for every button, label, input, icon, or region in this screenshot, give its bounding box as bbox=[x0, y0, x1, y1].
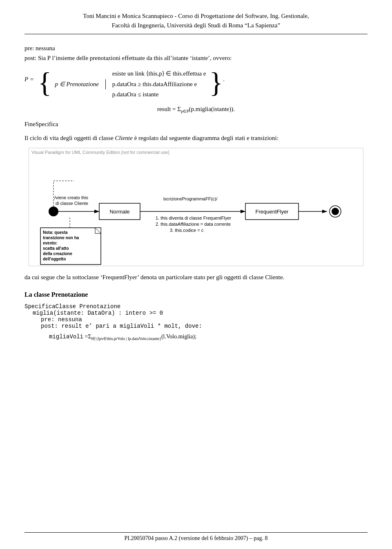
header-line2: Facoltà di Ingegneria, Università degli … bbox=[24, 21, 368, 30]
la-classe-title: La classe Prenotazione bbox=[24, 291, 368, 298]
initial-state-icon bbox=[49, 207, 58, 216]
il-ciclo-text: Il ciclo di vita degli oggetti di classe… bbox=[24, 133, 368, 143]
specifica-method: miglia(istante: DataOra) : intero >= 0 bbox=[33, 310, 368, 316]
set-right: esiste un link ⟨this,p⟩ ∈ this.effettua … bbox=[106, 69, 206, 100]
set-right-line1: esiste un link ⟨this,p⟩ ∈ this.effettua … bbox=[112, 69, 206, 79]
set-left: p ∈ Prenotazione bbox=[55, 79, 105, 90]
page-header: Toni Mancini e Monica Scannapieco - Cors… bbox=[24, 11, 368, 34]
set-right-line3: p.dataOra ≤ istante bbox=[112, 89, 206, 100]
brace-right-icon: } bbox=[209, 69, 223, 97]
post-text: post: Sia P l’insieme delle prenotazioni… bbox=[24, 53, 368, 63]
diagram-svg: Normale FrequentFlyer /viene creato this… bbox=[29, 148, 363, 266]
header-line1: Toni Mancini e Monica Scannapieco - Cors… bbox=[24, 11, 368, 21]
svg-text:FrequentFlyer: FrequentFlyer bbox=[256, 209, 289, 215]
specifica-block: SpecificaClasse Prenotazione miglia(ista… bbox=[24, 303, 368, 329]
state-diagram: Visual Paradigm for UML Community Editio… bbox=[29, 148, 363, 266]
fine-specifica: FineSpecifica bbox=[24, 121, 368, 128]
pre-text: pre: nessuna bbox=[24, 43, 368, 53]
specifica-line1: SpecificaClasse Prenotazione bbox=[24, 303, 368, 310]
formula-p-label: P = bbox=[24, 69, 34, 83]
set-content: p ∈ Prenotazione esiste un link ⟨this,p⟩… bbox=[55, 69, 206, 100]
da-cui-text: da cui segue che la sottoclasse ‘Frequen… bbox=[24, 273, 368, 282]
svg-text:1. this diventa di classe Freq: 1. this diventa di classe FrequentFlyer … bbox=[156, 216, 232, 233]
specifica-post: post: result e’ pari a migliaVoli * molt… bbox=[41, 323, 368, 329]
pre-post-block: pre: nessuna post: Sia P l’insieme delle… bbox=[24, 43, 368, 63]
svg-text:iscrizioneProgrammaFF(c)/: iscrizioneProgrammaFF(c)/ bbox=[163, 196, 218, 201]
miglia-voli-formula: migliaVoli =Σl∈{lpv∈this.prVolo | lp.dat… bbox=[49, 333, 368, 341]
svg-text:/viene creato this
        di : /viene creato this di classe Cliente bbox=[54, 195, 89, 206]
formula-block: P = { p ∈ Prenotazione esiste un link ⟨t… bbox=[24, 69, 368, 100]
formula-period: . bbox=[223, 69, 225, 83]
svg-point-8 bbox=[332, 208, 339, 215]
svg-text:Normale: Normale bbox=[109, 209, 129, 215]
page-footer: PI.20050704 passo A.2 (versione del 6 fe… bbox=[24, 532, 368, 542]
set-right-line2: p.dataOra ≥ this.dataAffiliazione e bbox=[112, 79, 206, 90]
page: Toni Mancini e Monica Scannapieco - Cors… bbox=[0, 0, 392, 549]
brace-left-icon: { bbox=[38, 69, 52, 97]
result-line: result = Σp∈P(p.miglia(istante)). bbox=[24, 106, 368, 113]
specifica-pre: pre: nessuna bbox=[41, 316, 368, 323]
